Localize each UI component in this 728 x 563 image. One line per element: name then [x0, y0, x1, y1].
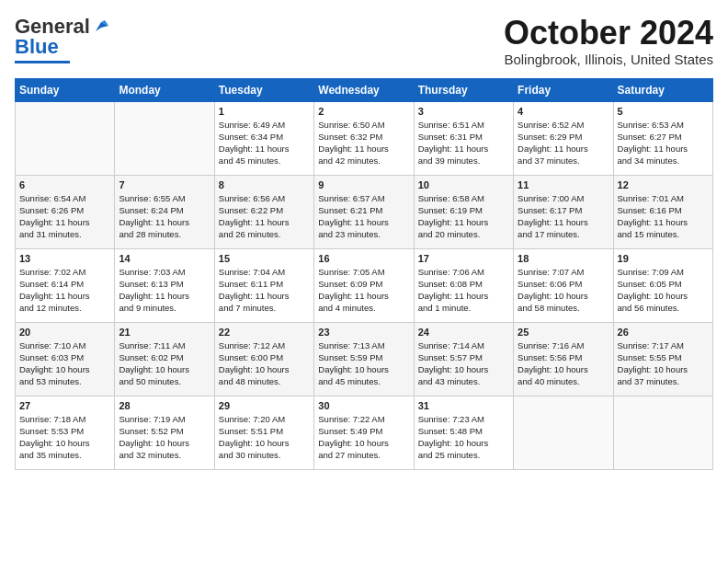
page-header: General Blue October 2024 Bolingbrook, I… — [15, 15, 713, 67]
calendar-cell — [514, 396, 613, 469]
calendar-cell: 23Sunrise: 7:13 AM Sunset: 5:59 PM Dayli… — [314, 322, 414, 396]
day-number: 19 — [618, 253, 709, 264]
calendar-cell: 1Sunrise: 6:49 AM Sunset: 6:34 PM Daylig… — [214, 101, 313, 175]
day-info: Sunrise: 6:50 AM Sunset: 6:32 PM Dayligh… — [318, 119, 409, 167]
day-number: 7 — [119, 179, 210, 190]
day-number: 16 — [318, 253, 409, 264]
day-header-tuesday: Tuesday — [214, 78, 313, 101]
day-number: 6 — [19, 179, 110, 190]
calendar-week-row: 27Sunrise: 7:18 AM Sunset: 5:53 PM Dayli… — [16, 396, 713, 469]
calendar-cell: 13Sunrise: 7:02 AM Sunset: 6:14 PM Dayli… — [16, 248, 115, 322]
calendar-cell: 15Sunrise: 7:04 AM Sunset: 6:11 PM Dayli… — [214, 248, 313, 322]
calendar-cell: 14Sunrise: 7:03 AM Sunset: 6:13 PM Dayli… — [115, 248, 214, 322]
calendar-header-row: SundayMondayTuesdayWednesdayThursdayFrid… — [16, 78, 713, 101]
calendar-cell: 30Sunrise: 7:22 AM Sunset: 5:49 PM Dayli… — [314, 396, 414, 469]
calendar-cell: 31Sunrise: 7:23 AM Sunset: 5:48 PM Dayli… — [414, 396, 513, 469]
calendar-cell: 12Sunrise: 7:01 AM Sunset: 6:16 PM Dayli… — [613, 175, 712, 248]
day-number: 21 — [119, 327, 210, 338]
logo-blue: Blue — [15, 35, 59, 59]
day-number: 31 — [418, 400, 509, 411]
day-info: Sunrise: 7:09 AM Sunset: 6:05 PM Dayligh… — [618, 266, 709, 315]
logo-underline — [15, 61, 70, 63]
day-info: Sunrise: 7:12 AM Sunset: 6:00 PM Dayligh… — [219, 339, 310, 388]
calendar-cell: 22Sunrise: 7:12 AM Sunset: 6:00 PM Dayli… — [214, 322, 313, 396]
calendar-cell: 11Sunrise: 7:00 AM Sunset: 6:17 PM Dayli… — [514, 175, 613, 248]
day-info: Sunrise: 6:51 AM Sunset: 6:31 PM Dayligh… — [418, 119, 509, 167]
day-number: 27 — [19, 400, 110, 411]
day-info: Sunrise: 7:11 AM Sunset: 6:02 PM Dayligh… — [119, 339, 210, 388]
day-info: Sunrise: 7:10 AM Sunset: 6:03 PM Dayligh… — [19, 339, 110, 388]
day-number: 26 — [618, 327, 709, 338]
calendar-table: SundayMondayTuesdayWednesdayThursdayFrid… — [15, 78, 713, 470]
day-info: Sunrise: 6:55 AM Sunset: 6:24 PM Dayligh… — [119, 192, 210, 241]
day-number: 4 — [518, 106, 609, 117]
day-number: 1 — [219, 106, 310, 117]
day-info: Sunrise: 7:04 AM Sunset: 6:11 PM Dayligh… — [219, 266, 310, 315]
calendar-cell: 7Sunrise: 6:55 AM Sunset: 6:24 PM Daylig… — [115, 175, 214, 248]
day-number: 28 — [119, 400, 210, 411]
day-info: Sunrise: 7:20 AM Sunset: 5:51 PM Dayligh… — [219, 413, 310, 462]
calendar-cell: 3Sunrise: 6:51 AM Sunset: 6:31 PM Daylig… — [414, 101, 513, 175]
day-number: 23 — [318, 327, 409, 338]
day-number: 29 — [219, 400, 310, 411]
calendar-cell: 2Sunrise: 6:50 AM Sunset: 6:32 PM Daylig… — [314, 101, 414, 175]
day-number: 8 — [219, 179, 310, 190]
day-info: Sunrise: 6:58 AM Sunset: 6:19 PM Dayligh… — [418, 192, 509, 241]
day-number: 13 — [19, 253, 110, 264]
day-header-sunday: Sunday — [16, 78, 115, 101]
calendar-cell: 24Sunrise: 7:14 AM Sunset: 5:57 PM Dayli… — [414, 322, 513, 396]
calendar-cell: 5Sunrise: 6:53 AM Sunset: 6:27 PM Daylig… — [613, 101, 712, 175]
calendar-cell: 21Sunrise: 7:11 AM Sunset: 6:02 PM Dayli… — [115, 322, 214, 396]
calendar-cell — [613, 396, 712, 469]
day-number: 15 — [219, 253, 310, 264]
calendar-cell: 18Sunrise: 7:07 AM Sunset: 6:06 PM Dayli… — [514, 248, 613, 322]
day-header-thursday: Thursday — [414, 78, 513, 101]
logo-bird-icon — [92, 18, 108, 35]
day-number: 2 — [318, 106, 409, 117]
calendar-cell: 27Sunrise: 7:18 AM Sunset: 5:53 PM Dayli… — [16, 396, 115, 469]
calendar-cell: 8Sunrise: 6:56 AM Sunset: 6:22 PM Daylig… — [214, 175, 313, 248]
calendar-cell: 17Sunrise: 7:06 AM Sunset: 6:08 PM Dayli… — [414, 248, 513, 322]
day-info: Sunrise: 7:18 AM Sunset: 5:53 PM Dayligh… — [19, 413, 110, 462]
day-info: Sunrise: 7:14 AM Sunset: 5:57 PM Dayligh… — [418, 339, 509, 388]
day-info: Sunrise: 6:54 AM Sunset: 6:26 PM Dayligh… — [19, 192, 110, 241]
day-header-friday: Friday — [514, 78, 613, 101]
calendar-cell: 10Sunrise: 6:58 AM Sunset: 6:19 PM Dayli… — [414, 175, 513, 248]
day-info: Sunrise: 7:22 AM Sunset: 5:49 PM Dayligh… — [318, 413, 409, 462]
location: Bolingbrook, Illinois, United States — [504, 52, 713, 67]
calendar-week-row: 20Sunrise: 7:10 AM Sunset: 6:03 PM Dayli… — [16, 322, 713, 396]
day-info: Sunrise: 7:00 AM Sunset: 6:17 PM Dayligh… — [518, 192, 609, 241]
calendar-cell: 6Sunrise: 6:54 AM Sunset: 6:26 PM Daylig… — [16, 175, 115, 248]
day-info: Sunrise: 7:16 AM Sunset: 5:56 PM Dayligh… — [518, 339, 609, 388]
calendar-cell: 4Sunrise: 6:52 AM Sunset: 6:29 PM Daylig… — [514, 101, 613, 175]
day-number: 10 — [418, 179, 509, 190]
calendar-cell: 28Sunrise: 7:19 AM Sunset: 5:52 PM Dayli… — [115, 396, 214, 469]
calendar-week-row: 13Sunrise: 7:02 AM Sunset: 6:14 PM Dayli… — [16, 248, 713, 322]
calendar-cell: 9Sunrise: 6:57 AM Sunset: 6:21 PM Daylig… — [314, 175, 414, 248]
day-info: Sunrise: 7:01 AM Sunset: 6:16 PM Dayligh… — [618, 192, 709, 241]
calendar-cell — [115, 101, 214, 175]
calendar-cell: 29Sunrise: 7:20 AM Sunset: 5:51 PM Dayli… — [214, 396, 313, 469]
day-info: Sunrise: 7:07 AM Sunset: 6:06 PM Dayligh… — [518, 266, 609, 315]
day-number: 20 — [19, 327, 110, 338]
day-header-saturday: Saturday — [613, 78, 712, 101]
day-info: Sunrise: 7:13 AM Sunset: 5:59 PM Dayligh… — [318, 339, 409, 388]
day-number: 22 — [219, 327, 310, 338]
day-info: Sunrise: 7:23 AM Sunset: 5:48 PM Dayligh… — [418, 413, 509, 462]
day-number: 30 — [318, 400, 409, 411]
day-number: 12 — [618, 179, 709, 190]
calendar-cell: 16Sunrise: 7:05 AM Sunset: 6:09 PM Dayli… — [314, 248, 414, 322]
day-info: Sunrise: 7:17 AM Sunset: 5:55 PM Dayligh… — [618, 339, 709, 388]
day-info: Sunrise: 6:49 AM Sunset: 6:34 PM Dayligh… — [219, 119, 310, 167]
day-number: 14 — [119, 253, 210, 264]
title-block: October 2024 Bolingbrook, Illinois, Unit… — [504, 15, 713, 67]
calendar-cell: 19Sunrise: 7:09 AM Sunset: 6:05 PM Dayli… — [613, 248, 712, 322]
day-number: 9 — [318, 179, 409, 190]
day-info: Sunrise: 6:53 AM Sunset: 6:27 PM Dayligh… — [618, 119, 709, 167]
day-info: Sunrise: 7:06 AM Sunset: 6:08 PM Dayligh… — [418, 266, 509, 315]
day-number: 5 — [618, 106, 709, 117]
day-info: Sunrise: 6:57 AM Sunset: 6:21 PM Dayligh… — [318, 192, 409, 241]
calendar-week-row: 6Sunrise: 6:54 AM Sunset: 6:26 PM Daylig… — [16, 175, 713, 248]
day-number: 11 — [518, 179, 609, 190]
day-number: 24 — [418, 327, 509, 338]
